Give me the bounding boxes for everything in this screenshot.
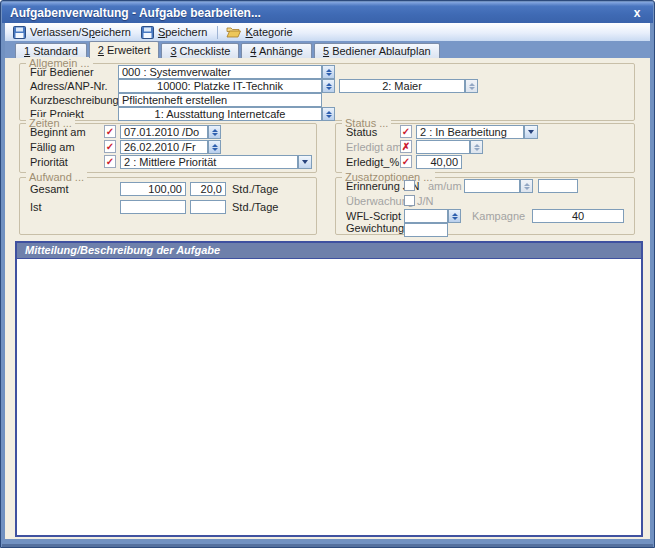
tab-bediener-ablaufplan[interactable]: 5 Bediener Ablaufplan — [314, 43, 440, 58]
prioritaet-dropdown-icon[interactable] — [298, 155, 312, 169]
fuer-bediener-combo[interactable]: 000 : Systemverwalter — [118, 65, 322, 79]
mitteilung-header: Mitteilung/Beschreibung der Aufgabe — [17, 243, 641, 259]
beginnt-am-spinner[interactable] — [208, 125, 221, 139]
wfl-script-combo[interactable] — [404, 209, 448, 223]
group-status: Status ... Status ✓ 2 : In Bearbeitung E… — [335, 123, 635, 173]
ueberwachung-label: Überwachung J/N — [346, 194, 433, 208]
category-button[interactable]: Kategorie — [222, 24, 298, 40]
status-label: Status — [346, 125, 377, 139]
title-bar: Aufgabenverwaltung - Aufgabe bearbeiten.… — [2, 2, 653, 23]
group-aufwand: Aufwand ... Gesamt 100,00 20,0 Std./Tage… — [19, 177, 317, 235]
save-icon — [141, 26, 154, 39]
ist-unit-label: Std./Tage — [232, 200, 278, 214]
status-dropdown-icon[interactable] — [524, 125, 538, 139]
status-checkbox[interactable]: ✓ — [400, 125, 412, 138]
ist-label: Ist — [30, 200, 42, 214]
group-zusatzoptionen: Zusatzoptionen ... Erinnerung J/N am/um … — [335, 177, 635, 235]
fuer-bediener-spinner[interactable] — [322, 65, 335, 79]
gesamt-stunden-input[interactable]: 100,00 — [120, 182, 186, 196]
beginnt-am-date[interactable]: 07.01.2010 /Do — [120, 125, 208, 139]
prioritaet-label: Priorität — [30, 155, 68, 169]
group-zeiten: Zeiten ... Beginnt am ✓ 07.01.2010 /Do F… — [19, 123, 317, 173]
tab-checkliste[interactable]: 3 Checkliste — [161, 43, 239, 58]
status-combo[interactable]: 2 : In Bearbeitung — [416, 125, 524, 139]
erledigt-prozent-checkbox[interactable]: ✓ — [400, 155, 412, 168]
save-label: Speichern — [158, 26, 208, 38]
mitteilung-textarea[interactable] — [17, 259, 641, 534]
save-icon — [13, 26, 26, 39]
erinnerung-datum-spinner[interactable] — [520, 179, 533, 193]
mitteilung-panel: Mitteilung/Beschreibung der Aufgabe — [15, 241, 643, 537]
gesamt-unit-label: Std./Tage — [232, 182, 278, 196]
save-and-exit-label: Verlassen/Speichern — [30, 26, 131, 38]
beginnt-am-checkbox[interactable]: ✓ — [104, 125, 116, 138]
fuer-projekt-combo[interactable]: 1: Ausstattung Internetcafe — [118, 107, 322, 121]
faellig-am-date[interactable]: 26.02.2010 /Fr — [120, 140, 208, 154]
adress-anp-label: Adress/ANP-Nr. — [30, 79, 108, 93]
tab-content: Allgemein ... Für Bediener 000 : Systemv… — [5, 58, 650, 539]
adress-anp-combo[interactable]: 10000: Platzke IT-Technik — [118, 79, 322, 93]
fuer-projekt-spinner[interactable] — [322, 107, 335, 121]
category-label: Kategorie — [245, 26, 292, 38]
gesamt-tage-input[interactable]: 20,0 — [190, 182, 226, 196]
faellig-am-label: Fällig am — [30, 140, 75, 154]
contact-combo[interactable]: 2: Maier — [339, 79, 465, 93]
folder-icon — [226, 26, 241, 38]
toolbar-separator — [217, 26, 218, 39]
beginnt-am-label: Beginnt am — [30, 125, 86, 139]
am-um-label: am/um — [428, 179, 462, 193]
erinnerung-datum-combo[interactable] — [464, 179, 520, 193]
erledigt-am-date[interactable] — [416, 140, 470, 154]
save-and-exit-button[interactable]: Verlassen/Speichern — [9, 24, 137, 40]
ist-stunden-input[interactable] — [120, 200, 186, 214]
client-area: Verlassen/Speichern Speichern Kategorie … — [5, 23, 650, 539]
window-title: Aufgabenverwaltung - Aufgabe bearbeiten.… — [10, 6, 261, 20]
erledigt-prozent-label: Erledigt_% — [346, 155, 399, 169]
close-icon[interactable]: x — [629, 6, 645, 20]
save-button[interactable]: Speichern — [137, 24, 214, 40]
tab-standard[interactable]: 1 Standard — [15, 43, 87, 58]
kurzbeschreibung-label: Kurzbeschreibung — [30, 93, 119, 107]
prioritaet-combo[interactable]: 2 : Mittlere Priorität — [120, 155, 298, 169]
app-window: Aufgabenverwaltung - Aufgabe bearbeiten.… — [0, 0, 655, 548]
erinnerung-checkbox[interactable] — [404, 180, 415, 191]
ueberwachung-checkbox[interactable] — [404, 195, 415, 206]
faellig-am-spinner[interactable] — [208, 140, 221, 154]
ist-tage-input[interactable] — [190, 200, 226, 214]
erledigt-am-label: Erledigt am — [346, 140, 402, 154]
erledigt-am-checkbox[interactable]: ✗ — [400, 140, 412, 153]
contact-spinner[interactable] — [465, 79, 478, 93]
kampagne-input[interactable]: 40 — [532, 209, 624, 223]
fuer-bediener-label: Für Bediener — [30, 65, 94, 79]
kurzbeschreibung-input[interactable]: Pflichtenheft erstellen — [118, 93, 322, 107]
adress-anp-spinner[interactable] — [322, 79, 335, 93]
tab-anhaenge[interactable]: 4 Anhänge — [241, 43, 312, 58]
group-allgemein: Allgemein ... Für Bediener 000 : Systemv… — [19, 63, 635, 121]
erledigt-prozent-input[interactable]: 40,00 — [416, 155, 462, 169]
prioritaet-checkbox[interactable]: ✓ — [104, 155, 116, 168]
toolbar: Verlassen/Speichern Speichern Kategorie — [5, 23, 650, 41]
kampagne-label: Kampagne — [472, 209, 525, 223]
gesamt-label: Gesamt — [30, 182, 69, 196]
faellig-am-checkbox[interactable]: ✓ — [104, 140, 116, 153]
tab-bar: 1 Standard 2 Erweitert 3 Checkliste 4 An… — [5, 41, 650, 58]
gewichtung-input[interactable] — [404, 223, 448, 237]
tab-erweitert[interactable]: 2 Erweitert — [89, 41, 160, 58]
erledigt-am-spinner[interactable] — [470, 140, 483, 154]
erinnerung-zeit-input[interactable] — [538, 179, 578, 193]
gewichtung-label: Gewichtung — [346, 221, 404, 235]
wfl-script-spinner[interactable] — [448, 209, 461, 223]
